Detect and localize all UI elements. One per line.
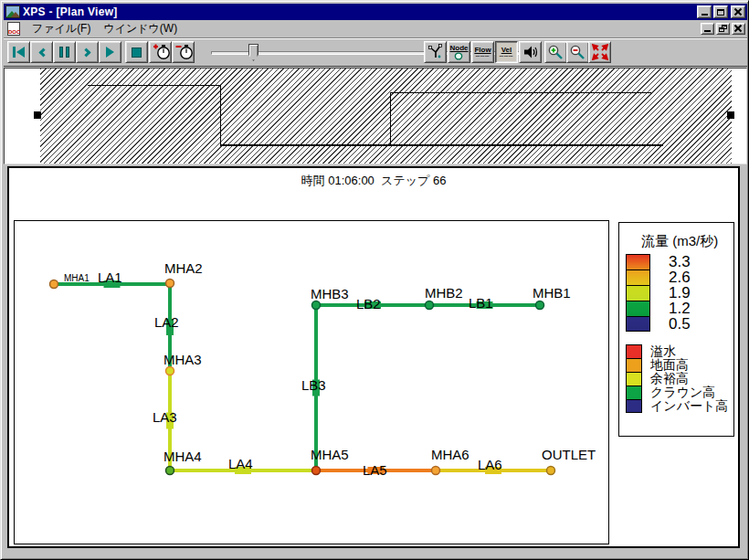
step-back-button[interactable] [7, 41, 30, 63]
zoom-out-icon [569, 44, 586, 61]
node-MHA5[interactable] [312, 467, 321, 475]
zoom-out-button[interactable] [566, 41, 589, 63]
label-link-LB3: LB3 [301, 377, 326, 393]
label-node-MHA3: MHA3 [164, 352, 202, 367]
profile-line [220, 85, 221, 145]
child-minimize-button[interactable] [701, 23, 714, 35]
sound-button[interactable] [519, 41, 542, 63]
node-MHA2[interactable] [166, 280, 174, 288]
zoom-in-button[interactable] [544, 41, 567, 63]
timer-decrease-button[interactable] [172, 41, 195, 63]
maximize-button[interactable] [713, 5, 728, 18]
simulation-status: 時間 01:06:00 ステップ 66 [9, 173, 738, 189]
pause-button[interactable] [53, 41, 76, 63]
close-icon [734, 8, 742, 16]
node-MHB1[interactable] [536, 301, 544, 310]
ramp-value: 1.9 [669, 285, 691, 301]
node-MHA6[interactable] [432, 467, 440, 475]
select-filter-button[interactable] [424, 41, 447, 63]
flow-display-button[interactable]: Flow ┄┄┄ [471, 41, 494, 63]
play-button[interactable] [99, 41, 121, 63]
velocity-icon: ┄┄┄ [500, 54, 514, 58]
play-reverse-button[interactable] [30, 41, 53, 63]
ramp-value: 2.6 [669, 269, 691, 285]
label-link-LA6: LA6 [478, 457, 502, 472]
window-title: XPS - [Plan View] [23, 4, 697, 20]
ramp-color-cell [626, 285, 650, 301]
flow-icon: ┄┄┄ [476, 54, 491, 58]
label-link-LA2: LA2 [154, 314, 179, 330]
stopwatch-plus-icon [152, 44, 170, 61]
ramp-value: 0.5 [669, 316, 691, 332]
menu-file[interactable]: ファイル(F) [26, 19, 97, 38]
minimize-button[interactable] [697, 5, 712, 18]
ramp-color-cell [626, 301, 650, 316]
ramp-color-cell [626, 254, 650, 269]
velocity-display-button[interactable]: Vel ┄┄┄ [495, 41, 518, 63]
close-button[interactable] [731, 5, 745, 18]
title-bar[interactable]: XPS - [Plan View] [4, 4, 747, 20]
legend-color-swatch [626, 399, 642, 413]
legend-color-swatch [626, 344, 642, 358]
menu-window[interactable]: ウインドウ(W) [97, 19, 184, 38]
node-MHB2[interactable] [426, 301, 434, 310]
label-link-LA3: LA3 [153, 409, 177, 425]
node-MHB3[interactable] [312, 301, 321, 310]
timer-increase-button[interactable] [149, 41, 172, 63]
network-plan-box: LA1LA2LA3LA4LA5LA6LB3LB2LB1MHA1MHA2MHA3M… [14, 220, 609, 544]
legend-color-swatch [626, 358, 642, 372]
node-MHA1[interactable] [50, 280, 58, 289]
label-node-MHB1: MHB1 [533, 285, 571, 301]
ramp-color-cell [626, 316, 650, 332]
legend-item: インバート高 [626, 399, 728, 413]
node-MHA4[interactable] [166, 467, 174, 475]
label-node-MHB3: MHB3 [311, 286, 349, 301]
ramp-row: 0.5 [626, 316, 691, 332]
menu-bar: DOC ファイル(F) ウインドウ(W) [4, 20, 747, 37]
ramp-row: 1.9 [626, 285, 691, 301]
child-minimize-icon [704, 30, 711, 32]
zoom-fit-button[interactable] [588, 41, 611, 63]
chevron-left-icon [38, 48, 47, 57]
child-restore-button[interactable] [716, 23, 730, 35]
child-window-icon[interactable]: DOC [7, 22, 20, 36]
node-OUTLET[interactable] [547, 467, 555, 475]
speaker-icon [522, 44, 539, 60]
app-icon[interactable] [5, 5, 20, 18]
network-plan: LA1LA2LA3LA4LA5LA6LB3LB2LB1MHA1MHA2MHA3M… [15, 221, 608, 544]
profile-node-marker-right[interactable] [727, 111, 734, 119]
legend-item: 余裕高 [626, 372, 728, 386]
label-node-MHA2: MHA2 [164, 260, 203, 276]
play-icon [106, 47, 114, 58]
pause-icon [59, 47, 69, 58]
play-slow-button[interactable] [76, 41, 99, 63]
plan-view-panel: 時間 01:06:00 ステップ 66 LA1LA2LA3LA4LA5LA6LB… [7, 166, 740, 548]
network-filter-icon [427, 44, 444, 60]
legend-box: 流量 (m3/秒) 3.32.61.91.20.5 溢水地面高余裕高クラウン高イ… [618, 222, 734, 437]
expand-arrows-icon [592, 44, 608, 60]
profile-node-marker-left[interactable] [34, 111, 41, 119]
child-restore-icon [719, 25, 727, 32]
stop-button[interactable] [125, 41, 148, 63]
maximize-icon [717, 9, 724, 16]
legend-item-label: インバート高 [650, 399, 728, 413]
profile-line [390, 92, 651, 93]
profile-strip [4, 68, 747, 164]
legend-item: 溢水 [626, 344, 728, 358]
legend-color-swatch [626, 372, 642, 386]
legend-title: 流量 (m3/秒) [641, 233, 718, 250]
ramp-value: 1.2 [669, 301, 691, 316]
time-slider-thumb[interactable] [248, 44, 258, 61]
chevron-right-icon [81, 48, 90, 57]
legend-item: クラウン高 [626, 386, 728, 399]
minimize-icon [702, 14, 708, 16]
elevation-legend: 溢水地面高余裕高クラウン高インバート高 [626, 344, 728, 413]
node-MHA3[interactable] [166, 367, 174, 375]
zoom-in-icon [547, 44, 564, 61]
legend-item: 地面高 [626, 358, 728, 372]
node-display-button[interactable]: Node [448, 41, 470, 63]
child-close-button[interactable] [732, 23, 745, 35]
label-node-MHA4: MHA4 [164, 449, 202, 464]
profile-line [88, 85, 220, 86]
ramp-value: 3.3 [669, 254, 691, 269]
